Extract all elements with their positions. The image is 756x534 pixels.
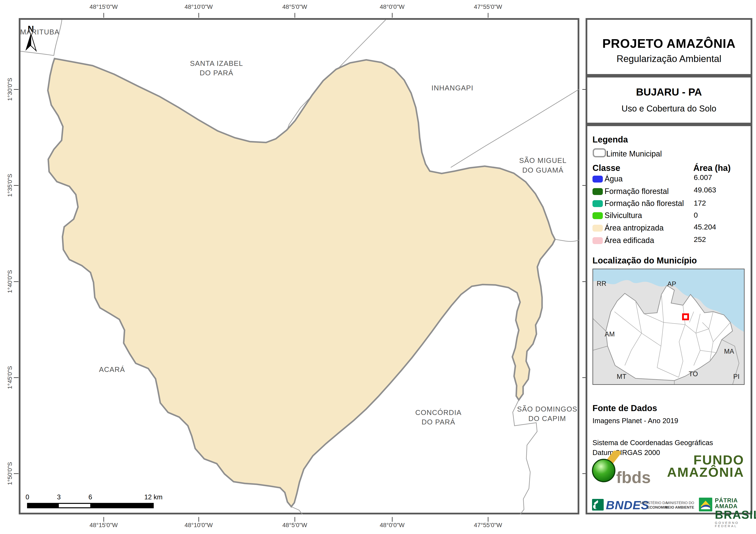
legend-label: Área antropizada: [605, 223, 664, 232]
area-header: Área (ha): [693, 163, 731, 173]
label-santa-izabel-2: DO PARÁ: [200, 69, 233, 77]
municipal-limit-outline: [48, 59, 555, 507]
municipality-name: BUJARU - PA: [587, 86, 751, 98]
tick: [14, 185, 18, 186]
label-marituba: MARITUBA: [20, 28, 60, 36]
fundo-line1: FUNDO: [652, 454, 744, 466]
map-type: Uso e Cobertura do Solo: [587, 104, 751, 114]
legend-label: Formação não florestal: [605, 199, 684, 208]
legend-label: Silvicultura: [605, 211, 642, 220]
lat-label-3: 1°40'0"S: [7, 270, 14, 293]
label-inhangapi: INHANGAPI: [431, 84, 473, 92]
tick: [199, 517, 199, 522]
project-subtitle: Regularização Ambiental: [587, 53, 751, 64]
lat-label-4: 1°45'0"S: [7, 366, 14, 389]
legend-heading: Legenda: [592, 135, 628, 144]
state-ma: MA: [724, 347, 734, 355]
project-title: PROJETO AMAZÔNIA: [587, 36, 751, 51]
municipality-marker: [683, 314, 688, 319]
svg-text:3: 3: [57, 493, 61, 501]
fundo-line2: AMAZÔNIA: [652, 466, 744, 478]
lat-label-2: 1°35'0"S: [7, 174, 14, 197]
lon-label-top-2: 48°10'0"W: [185, 3, 213, 10]
tick: [294, 517, 295, 522]
info-box: Legenda Limite Municipal Classe Área (ha…: [585, 124, 752, 514]
legend-area-value: 49.063: [694, 186, 716, 194]
state-am: AM: [605, 330, 615, 338]
municipality-box: BUJARU - PA Uso e Cobertura do Solo: [585, 76, 752, 124]
patria-amada-brasil-logo: PÁTRIA AMADA BRASIL GOVERNO FEDERAL: [715, 497, 756, 527]
scale-bar: 0 3 6 12 km: [25, 493, 162, 508]
state-pi: PI: [733, 373, 740, 380]
label-santa-izabel-1: SANTA IZABEL: [190, 60, 243, 67]
tick: [103, 517, 104, 522]
legend-label: Formação florestal: [605, 187, 669, 196]
fundo-amazonia-logo: FUNDO AMAZÔNIA: [652, 454, 744, 478]
source-heading: Fonte de Dados: [592, 403, 657, 413]
state-rr: RR: [597, 280, 607, 287]
lon-label-top-3: 48°5'0"W: [282, 3, 307, 10]
lon-label-bottom-3: 48°5'0"W: [282, 522, 307, 529]
tick: [488, 13, 488, 18]
source-line-2: Sistema de Coordenadas Geográficas: [592, 439, 713, 447]
legend-label: Água: [605, 175, 623, 183]
patria-line1: PÁTRIA AMADA: [715, 497, 756, 509]
lat-label-5: 1°50'0"S: [7, 462, 14, 485]
title-box: PROJETO AMAZÔNIA Regularização Ambiental: [585, 18, 752, 76]
lat-label-1: 1°30'0"S: [7, 78, 14, 101]
tick: [392, 13, 392, 18]
label-acara: ACARÁ: [99, 366, 125, 373]
svg-text:0: 0: [25, 493, 29, 501]
legend-area-value: 6.007: [694, 175, 712, 181]
tick: [199, 13, 199, 18]
fbds-logo-text: fbds: [616, 468, 651, 487]
svg-text:6: 6: [88, 493, 92, 501]
tick: [392, 517, 392, 522]
ministry-environment-line1: MINISTÉRIO DO: [666, 501, 694, 505]
tick: [14, 281, 18, 282]
legend-area-value: 45.204: [694, 223, 716, 231]
municipal-limit-label: Limite Municipal: [606, 149, 662, 158]
label-sao-domingos-1: SÃO DOMINGOS: [517, 405, 578, 413]
tick: [103, 13, 104, 18]
bndes-logo-icon: [592, 499, 604, 511]
tick: [14, 473, 18, 474]
legend-rows: Água Formação florestal Formação não flo…: [592, 175, 750, 250]
svg-text:12 km: 12 km: [144, 493, 162, 501]
ministry-economy-logo: MINISTÉRIO DA ECONOMIA: [637, 501, 667, 510]
lon-label-bottom-4: 48°0'0"W: [380, 522, 404, 529]
lon-label-top-4: 48°0'0"W: [380, 3, 404, 10]
legend-area-value: 0: [694, 211, 698, 219]
tick: [488, 517, 488, 522]
legend-row: [592, 176, 603, 244]
lon-label-bottom-1: 48°15'0"W: [90, 522, 118, 529]
label-concordia-2: DO PARÁ: [421, 418, 455, 426]
map-layout-page: 48°15'0"W 48°10'0"W 48°5'0"W 48°0'0"W 47…: [0, 0, 756, 534]
state-to: TO: [689, 370, 698, 378]
lon-label-top-1: 48°15'0"W: [90, 3, 118, 10]
label-sao-miguel-2: DO GUAMÁ: [522, 166, 564, 174]
label-sao-domingos-2: DO CAPIM: [528, 415, 566, 422]
label-concordia-1: CONCÓRDIA: [415, 409, 462, 417]
state-mt: MT: [617, 373, 627, 380]
lon-label-bottom-2: 48°10'0"W: [185, 522, 213, 529]
tick: [14, 89, 18, 90]
legend-area-value: 252: [694, 235, 706, 243]
lon-label-bottom-5: 47°55'0"W: [474, 522, 502, 529]
label-sao-miguel-1: SÃO MIGUEL: [519, 157, 567, 165]
legend-label: Área edificada: [605, 236, 654, 245]
state-locator-inset-map: RR AP AM MA MT TO PI: [592, 268, 744, 385]
location-heading: Localização do Município: [592, 256, 697, 266]
land-use-map: N MARITUBA SANTA IZABEL DO PARÁ INHANGAP…: [20, 20, 579, 514]
tick: [294, 13, 295, 18]
brazil-flag-icon: [699, 497, 712, 511]
tick: [14, 377, 18, 378]
class-header: Classe: [592, 163, 620, 173]
ministry-environment-line2: MEIO AMBIENTE: [665, 505, 694, 509]
patria-line2: BRASIL: [715, 509, 756, 520]
state-ap: AP: [667, 280, 676, 288]
source-line-1: Imagens Planet - Ano 2019: [592, 417, 678, 425]
legend-area-value: 172: [694, 199, 706, 207]
patria-line3: GOVERNO FEDERAL: [715, 521, 756, 527]
ministry-environment-logo: MINISTÉRIO DO MEIO AMBIENTE: [663, 501, 694, 510]
